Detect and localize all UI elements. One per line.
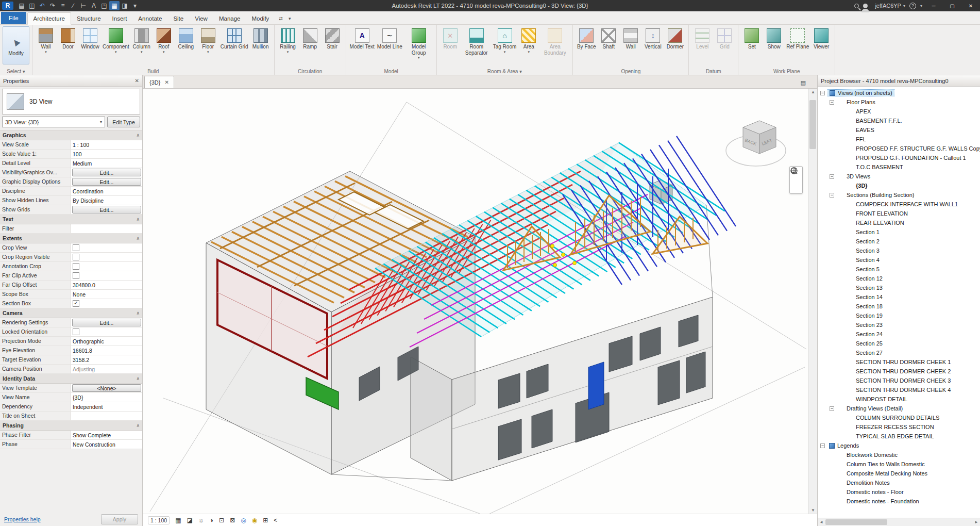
property-row[interactable]: View Name{3D} — [0, 393, 142, 402]
property-row[interactable]: Annotation Crop — [0, 262, 142, 271]
ribbon-button[interactable]: Component ▾ — [102, 26, 130, 56]
property-row[interactable]: Far Clip Active — [0, 271, 142, 281]
tree-item[interactable]: TYPICAL SLAB EDGE DETAIL — [818, 432, 980, 441]
open-icon[interactable]: ▤ — [16, 1, 27, 10]
tree-item[interactable]: BASEMENT F.F.L. — [818, 116, 980, 125]
tree-expand-icon[interactable] — [830, 174, 834, 179]
scroll-right-icon[interactable]: ► — [974, 520, 978, 524]
ribbon-tab[interactable]: View — [189, 13, 213, 24]
property-row[interactable]: Target Elevation3158.2 — [0, 355, 142, 365]
property-row[interactable]: Detail LevelMedium — [0, 159, 142, 168]
revit-logo-icon[interactable]: R — [2, 2, 13, 10]
ribbon-tab[interactable]: Site — [167, 13, 189, 24]
tree-item[interactable]: {3D} — [818, 181, 980, 190]
tree-item[interactable]: Floor Plans — [818, 97, 980, 107]
ribbon-button[interactable]: Roof ▾ — [153, 26, 175, 56]
property-row[interactable]: Graphic Display OptionsEdit... — [0, 177, 142, 187]
ribbon-button[interactable]: Stair ▾ — [322, 26, 343, 56]
tree-item[interactable]: 3D Views — [818, 172, 980, 181]
properties-close-icon[interactable]: ✕ — [135, 78, 139, 84]
ribbon-button[interactable]: Window ▾ — [79, 26, 101, 56]
undo-icon[interactable]: ↶ — [37, 1, 47, 10]
ribbon-tab[interactable]: Architecture — [27, 12, 71, 25]
aligned-dimension-icon[interactable]: ⊢ — [78, 1, 89, 10]
hscroll-thumb[interactable] — [825, 519, 887, 525]
tree-item[interactable]: Section 5 — [818, 265, 980, 274]
ribbon-button[interactable]: Model Group ▾ — [404, 26, 434, 61]
measure-icon[interactable]: ∕ — [68, 1, 78, 10]
ribbon-button[interactable]: Door ▾ — [57, 26, 79, 56]
tree-item[interactable]: Section 14 — [818, 292, 980, 302]
ribbon-button[interactable]: Set ▾ — [741, 26, 763, 56]
section-header-text[interactable]: Text∧ — [0, 215, 142, 224]
tree-item[interactable]: Domestic notes - Foundation — [818, 497, 980, 506]
reveal-hidden-button[interactable]: ◉ — [252, 517, 257, 524]
tree-item[interactable]: SECTION THRU DORMER CHEEK 4 — [818, 385, 980, 395]
text-icon[interactable]: A — [89, 1, 99, 10]
property-row[interactable]: DisciplineCoordination — [0, 187, 142, 196]
property-row[interactable]: View Template<None> — [0, 384, 142, 393]
modify-states-icon[interactable]: ⇄ — [279, 16, 283, 21]
panel-label-work-plane[interactable]: Work Plane — [738, 69, 835, 74]
tree-item[interactable]: Section 4 — [818, 255, 980, 265]
panel-label-opening[interactable]: Opening — [573, 69, 688, 74]
tree-item[interactable]: Section 3 — [818, 246, 980, 255]
ribbon-tab[interactable]: File — [1, 12, 26, 24]
maximize-button[interactable]: ▢ — [945, 1, 959, 11]
panel-label-build[interactable]: Build — [32, 69, 274, 74]
tree-item[interactable]: PROPOSED G.F. FOUNDATION - Callout 1 — [818, 153, 980, 162]
property-row[interactable]: Section Box — [0, 299, 142, 308]
ribbon-button[interactable]: Room Separator ▾ — [462, 26, 492, 61]
3d-canvas[interactable]: BACK LEFT ▲ ▼ — [143, 89, 817, 514]
section-icon[interactable]: ◨ — [120, 1, 130, 10]
tree-item[interactable]: Section 18 — [818, 302, 980, 311]
view-tab-close-icon[interactable]: ✕ — [164, 79, 168, 85]
tree-item[interactable]: Section 1 — [818, 227, 980, 237]
panel-label-circulation[interactable]: Circulation — [275, 69, 346, 74]
tree-expand-icon[interactable] — [820, 91, 825, 95]
ribbon-button[interactable]: Wall ▾ — [35, 26, 57, 56]
ribbon-button[interactable]: A Model Text ▾ — [349, 26, 376, 56]
scroll-down-icon[interactable]: ▼ — [811, 508, 815, 513]
ribbon-button[interactable]: Column ▾ — [131, 26, 153, 56]
tree-item[interactable]: Domestic notes - Floor — [818, 487, 980, 497]
tree-item[interactable]: Demolition Notes — [818, 478, 980, 487]
browser-hscrollbar[interactable]: ◄ ► — [818, 518, 980, 526]
ribbon-button[interactable]: Ceiling ▾ — [175, 26, 197, 56]
property-row[interactable]: DependencyIndependent — [0, 402, 142, 412]
tree-item[interactable]: Section 23 — [818, 320, 980, 330]
property-row[interactable]: Rendering SettingsEdit... — [0, 318, 142, 327]
search-icon[interactable] — [854, 4, 859, 8]
minimize-button[interactable]: ─ — [926, 1, 941, 11]
ribbon-button[interactable]: Railing ▾ — [277, 26, 299, 56]
view-tab-list-icon[interactable]: ▤ — [801, 79, 806, 86]
tab-options-caret-icon[interactable]: ▾ — [289, 16, 291, 21]
apply-button[interactable]: Apply — [101, 514, 138, 524]
property-row[interactable]: Phase FilterShow Complete — [0, 431, 142, 440]
property-row[interactable]: Crop Region Visible — [0, 253, 142, 262]
ribbon-tab[interactable]: Modify — [246, 13, 275, 24]
ribbon-button[interactable]: Ref Plane ▾ — [785, 26, 810, 56]
tree-item[interactable]: SECTION THRU DORMER CHEEK 1 — [818, 357, 980, 367]
thin-lines-icon[interactable]: ▦ — [109, 1, 120, 10]
property-row[interactable]: Show GridsEdit... — [0, 205, 142, 215]
tree-item[interactable]: Section 27 — [818, 348, 980, 357]
ribbon-tab[interactable]: Manage — [213, 13, 246, 24]
property-row[interactable]: Show Hidden LinesBy Discipline — [0, 196, 142, 205]
section-header-camera[interactable]: Camera∧ — [0, 308, 142, 318]
print-icon[interactable]: ≡ — [58, 1, 68, 10]
help-caret-icon[interactable]: ▾ — [920, 4, 922, 8]
ribbon-button[interactable]: Ramp ▾ — [299, 26, 321, 56]
zoom-icon[interactable] — [791, 182, 801, 192]
tree-item[interactable]: WINDPOST DETAIL — [818, 395, 980, 404]
ribbon-button[interactable]: Area ▾ — [518, 26, 539, 56]
tree-item[interactable]: PROPOSED F.F. STRUCTURE G.F. WALLS Copy … — [818, 144, 980, 153]
panel-label-room-area[interactable]: Room & Area ▾ — [437, 69, 573, 74]
tree-item[interactable]: FFL — [818, 135, 980, 144]
show-crop-button[interactable]: ⊠ — [230, 517, 235, 524]
property-row[interactable]: Visibility/Graphics Ov...Edit... — [0, 168, 142, 177]
customize-qat-icon[interactable]: ▾ — [130, 1, 140, 10]
visual-style-button[interactable]: ◪ — [187, 517, 192, 524]
tree-item[interactable]: FRONT ELEVATION — [818, 209, 980, 218]
redo-icon[interactable]: ↷ — [47, 1, 58, 10]
